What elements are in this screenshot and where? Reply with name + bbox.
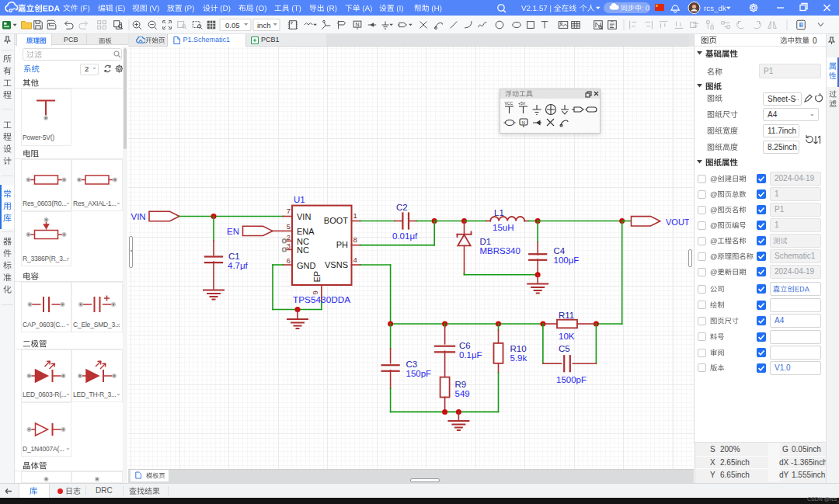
svg-text:CSDN @rcs_dk: CSDN @rcs_dk (807, 496, 839, 502)
